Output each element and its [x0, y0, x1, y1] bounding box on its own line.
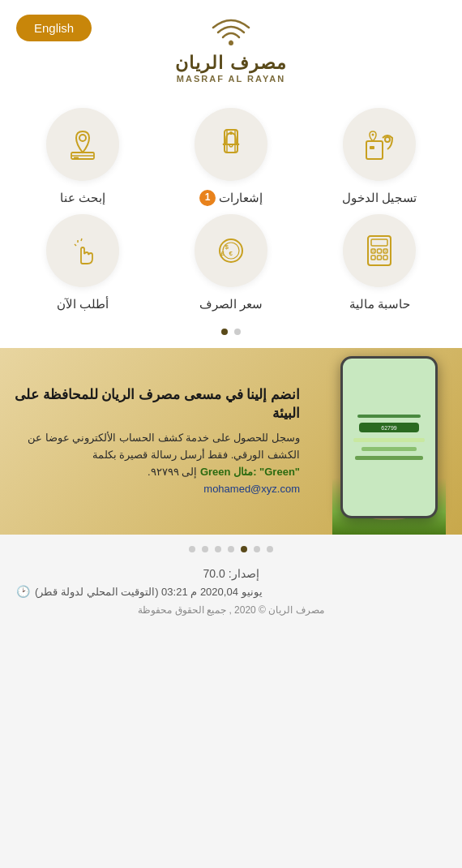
login-icon-circle	[343, 108, 416, 181]
banner-dot-7[interactable]	[189, 546, 195, 552]
banner-text: انضم إلينا في مسعى مصرف الريان للمحافظة …	[0, 348, 316, 535]
logo-arabic-text: مصرف الريان	[175, 53, 286, 74]
banner-dot-4[interactable]	[228, 546, 234, 552]
grid-item-login[interactable]: تسجيل الدخول	[306, 108, 454, 206]
svg-point-8	[229, 131, 233, 135]
svg-rect-12	[74, 157, 79, 159]
grid-item-calculator[interactable]: حاسبة مالية	[306, 214, 454, 312]
calculator-label: حاسبة مالية	[349, 295, 410, 312]
svg-rect-18	[371, 256, 375, 260]
icon-grid: تسجيل الدخول إشعارات 1	[0, 92, 462, 320]
calculator-icon	[361, 233, 397, 269]
svg-rect-2	[370, 146, 374, 149]
banner-number: إلى ٩٢٧٩٩.	[148, 466, 197, 478]
svg-text:€: €	[229, 250, 233, 257]
banner-dot-5[interactable]	[215, 546, 221, 552]
exchange-icon: $ € £	[213, 233, 249, 269]
exchange-label: سعر الصرف	[199, 295, 263, 312]
notifications-icon	[213, 127, 249, 162]
find-icon	[65, 127, 101, 162]
svg-point-9	[79, 135, 86, 141]
grid-item-find[interactable]: إبحث عنا	[8, 108, 156, 206]
header: English مصرف الريان MASRAF AL RAYAN	[0, 0, 462, 92]
dot-2-active[interactable]	[221, 329, 228, 335]
logo-icon	[207, 13, 255, 49]
banner-dot-6[interactable]	[202, 546, 208, 552]
apply-icon	[65, 233, 101, 269]
footer: إصدار: 70.0 🕑 يونيو 2020,04 م 03:21 (الت…	[0, 561, 462, 627]
svg-line-30	[75, 244, 76, 246]
copyright-text: مصرف الريان © 2020 , جميع الحقوق محفوظة	[16, 604, 446, 624]
notification-badge-count: 1	[199, 190, 216, 206]
svg-rect-20	[383, 256, 387, 260]
grid-item-exchange[interactable]: $ € £ سعر الصرف	[156, 214, 305, 312]
svg-rect-19	[378, 256, 382, 260]
clock-icon: 🕑	[16, 585, 30, 598]
dot-1[interactable]	[234, 329, 241, 335]
login-icon	[361, 127, 397, 162]
grid-item-notifications[interactable]: إشعارات 1	[156, 108, 305, 206]
logo-english-text: MASRAF AL RAYAN	[177, 74, 285, 84]
time-text: يونيو 2020,04 م 03:21 (التوقيت المحلي لد…	[35, 586, 263, 598]
time-row: 🕑 يونيو 2020,04 م 03:21 (التوقيت المحلي …	[16, 585, 446, 598]
banner-dots	[0, 535, 462, 561]
banner-email: mohamed@xyz.com	[203, 481, 300, 498]
find-icon-circle	[46, 108, 119, 181]
notifications-label: إشعارات 1	[199, 189, 263, 206]
svg-point-3	[385, 137, 390, 142]
login-label: تسجيل الدخول	[342, 189, 417, 206]
exchange-icon-circle: $ € £	[195, 214, 267, 287]
svg-rect-14	[371, 239, 387, 246]
banner-dot-3-active[interactable]	[241, 546, 247, 552]
notifications-icon-circle	[195, 108, 267, 181]
banner-body: وسجل للحصول على خدمة كشف الحساب الألكترو…	[8, 430, 300, 497]
promo-banner: 62799 انضم إلينا في مسعى مصرف الريان للم…	[0, 348, 462, 535]
banner-dot-1[interactable]	[267, 546, 273, 552]
banner-phone: 62799	[316, 348, 462, 535]
version-text: إصدار: 70.0	[16, 567, 446, 580]
banner-green-text: "Green" :مثال Green	[200, 466, 300, 478]
svg-rect-1	[366, 141, 383, 159]
banner-title: انضم إلينا في مسعى مصرف الريان للمحافظة …	[8, 385, 300, 424]
svg-point-4	[372, 134, 374, 136]
banner-dot-2[interactable]	[254, 546, 260, 552]
apply-icon-circle	[46, 214, 119, 287]
grid-item-apply[interactable]: أطلب الآن	[8, 214, 156, 312]
svg-text:£: £	[221, 250, 225, 257]
logo: مصرف الريان MASRAF AL RAYAN	[175, 13, 286, 84]
english-button[interactable]: English	[16, 15, 92, 41]
calculator-icon-circle	[343, 214, 416, 287]
apply-label: أطلب الآن	[57, 295, 109, 312]
svg-rect-16	[378, 249, 382, 253]
svg-line-32	[81, 238, 82, 241]
svg-point-0	[229, 41, 233, 45]
grid-dots	[0, 320, 462, 348]
find-label: إبحث عنا	[60, 189, 105, 206]
